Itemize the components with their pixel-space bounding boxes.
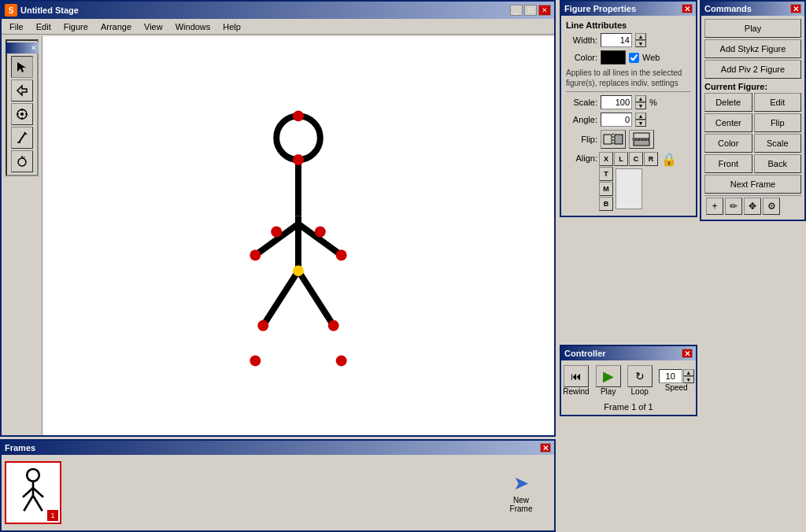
frame-info: Frame 1 of 1 — [561, 401, 696, 415]
align-m-btn[interactable]: M — [599, 182, 613, 196]
angle-spinner: ▲ ▼ — [635, 113, 646, 127]
controller-close[interactable]: ✕ — [682, 349, 693, 358]
svg-rect-33 — [615, 135, 623, 144]
commands-close[interactable]: ✕ — [790, 4, 801, 13]
frames-content: 1 ➤ NewFrame — [2, 455, 554, 530]
maximize-button[interactable]: □ — [524, 5, 537, 16]
menu-bar: File Edit Figure Arrange View Windows He… — [2, 19, 554, 35]
app-icon: S — [5, 4, 17, 17]
edit-icon-btn[interactable]: ✏ — [725, 198, 742, 215]
scale-up[interactable]: ▲ — [635, 95, 646, 102]
svg-line-20 — [298, 271, 334, 326]
menu-arrange[interactable]: Arrange — [94, 20, 138, 33]
menu-windows[interactable]: Windows — [169, 20, 217, 33]
menu-file[interactable]: File — [3, 20, 30, 33]
svg-point-30 — [250, 355, 261, 366]
front-button[interactable]: Front — [704, 154, 752, 173]
play-button[interactable]: Play — [704, 19, 801, 38]
loop-button[interactable]: ↻ — [627, 365, 653, 387]
web-checkbox[interactable] — [629, 53, 639, 63]
rewind-button[interactable]: ⏮ — [564, 365, 589, 387]
circle-tool[interactable] — [11, 150, 33, 172]
menu-edit[interactable]: Edit — [30, 20, 57, 33]
frame-1-thumb[interactable]: 1 — [5, 461, 61, 524]
settings-icon-btn[interactable]: ⚙ — [763, 198, 780, 215]
menu-help[interactable]: Help — [216, 20, 247, 33]
controller-buttons: ⏮ Rewind ▶ Play ↻ Loop ▲ ▼ Speed — [561, 360, 696, 401]
arrow-tool[interactable] — [11, 79, 33, 102]
align-r-btn[interactable]: R — [644, 152, 658, 166]
web-label: Web — [642, 53, 660, 62]
flip-label: Flip: — [566, 135, 597, 144]
flip-horizontal-btn[interactable] — [601, 130, 626, 149]
menu-figure[interactable]: Figure — [57, 20, 94, 33]
add-stykz-button[interactable]: Add Stykz Figure — [704, 39, 801, 58]
figure-properties-panel: Figure Properties ✕ Line Attributes Widt… — [560, 0, 697, 217]
center-button[interactable]: Center — [704, 113, 752, 132]
angle-up[interactable]: ▲ — [635, 113, 646, 120]
align-label: Align: — [566, 152, 597, 163]
pointer-tool[interactable] — [11, 56, 33, 78]
pen-tool[interactable] — [11, 127, 33, 149]
menu-view[interactable]: View — [138, 20, 169, 33]
align-t-btn[interactable]: T — [599, 167, 613, 181]
next-frame-button[interactable]: Next Frame — [704, 175, 801, 194]
speed-up[interactable]: ▲ — [683, 369, 694, 376]
play-ctrl-button[interactable]: ▶ — [596, 365, 621, 387]
edit-button[interactable]: Edit — [754, 93, 802, 112]
frames-title-label: Frames — [5, 443, 35, 453]
align-b-btn[interactable]: B — [599, 197, 613, 211]
width-up[interactable]: ▲ — [635, 33, 646, 40]
flip-vertical-btn[interactable] — [629, 130, 654, 149]
minimize-button[interactable]: _ — [510, 5, 523, 16]
commands-content: Play Add Stykz Figure Add Piv 2 Figure C… — [701, 16, 804, 220]
scale-down[interactable]: ▼ — [635, 102, 646, 109]
move-icon-btn[interactable]: ✥ — [744, 198, 761, 215]
speed-input[interactable] — [659, 369, 682, 383]
svg-point-25 — [250, 249, 261, 260]
angle-down[interactable]: ▼ — [635, 120, 646, 127]
delete-button[interactable]: Delete — [704, 93, 752, 112]
width-label: Width: — [566, 35, 597, 45]
align-l-btn[interactable]: L — [614, 152, 628, 166]
canvas-area[interactable] — [43, 36, 554, 435]
main-window-title: Untitled Stage — [20, 6, 79, 15]
tool-panel-close[interactable]: ✕ — [31, 44, 37, 52]
close-button[interactable]: ✕ — [538, 5, 551, 16]
frames-panel: Frames ✕ 1 ➤ NewFrame — [0, 439, 556, 532]
figure-props-close[interactable]: ✕ — [682, 4, 693, 13]
figure-commands-grid: Delete Edit Center Flip Color Scale Fron… — [704, 93, 801, 173]
frame-number-badge: 1 — [47, 510, 58, 521]
back-button[interactable]: Back — [754, 154, 802, 173]
target-tool[interactable] — [11, 103, 33, 125]
svg-point-14 — [276, 116, 320, 160]
main-title-bar: S Untitled Stage _ □ ✕ — [2, 2, 554, 19]
loop-col: ↻ Loop — [627, 365, 653, 396]
tool-panel-title: ✕ — [6, 42, 39, 54]
main-window: S Untitled Stage _ □ ✕ File Edit Figure … — [0, 0, 556, 437]
scale-input[interactable] — [601, 95, 632, 109]
speed-down[interactable]: ▼ — [683, 376, 694, 383]
flip-row: Flip: — [566, 130, 691, 149]
frames-close[interactable]: ✕ — [540, 443, 551, 453]
width-input[interactable] — [601, 33, 632, 47]
speed-col: ▲ ▼ Speed — [659, 369, 694, 392]
rewind-label: Rewind — [563, 387, 589, 396]
add-piv2-button[interactable]: Add Piv 2 Figure — [704, 60, 801, 79]
width-down[interactable]: ▼ — [635, 40, 646, 47]
svg-marker-1 — [17, 86, 27, 95]
figure-props-title-bar: Figure Properties ✕ — [561, 2, 696, 16]
add-icon-btn[interactable]: + — [706, 198, 723, 215]
color-swatch[interactable] — [601, 50, 626, 65]
svg-point-28 — [257, 320, 268, 331]
align-x-btn[interactable]: X — [599, 152, 613, 166]
align-c-btn[interactable]: C — [629, 152, 643, 166]
scale-button[interactable]: Scale — [754, 134, 802, 153]
width-row: Width: ▲ ▼ — [566, 33, 691, 47]
new-frame-button[interactable]: ➤ NewFrame — [497, 472, 545, 513]
new-frame-icon: ➤ — [513, 472, 529, 494]
flip-button[interactable]: Flip — [754, 113, 802, 132]
color-button[interactable]: Color — [704, 134, 752, 153]
svg-line-41 — [33, 488, 43, 497]
angle-input[interactable] — [601, 113, 632, 127]
